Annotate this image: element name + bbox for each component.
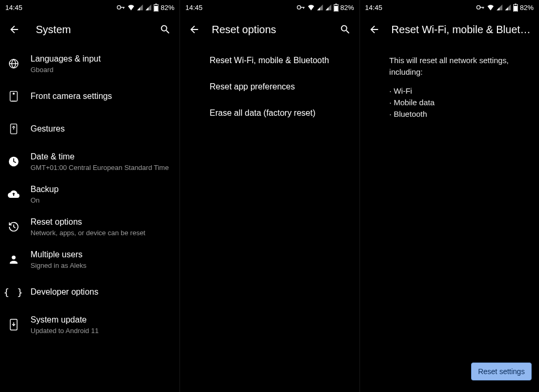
- row-title: Multiple users: [31, 249, 171, 260]
- search-button[interactable]: [337, 22, 353, 37]
- svg-rect-15: [303, 7, 304, 8]
- status-icons: 82%: [297, 4, 354, 12]
- reset-settings-button[interactable]: Reset settings: [471, 363, 532, 380]
- row-sub: Network, apps, or device can be reset: [31, 228, 171, 237]
- row-backup[interactable]: BackupOn: [0, 178, 179, 210]
- back-button[interactable]: [366, 22, 382, 37]
- reset-options-list: Reset Wi-Fi, mobile & Bluetooth Reset ap…: [180, 44, 359, 392]
- svg-rect-1: [121, 7, 125, 7]
- app-bar: Reset options: [180, 15, 359, 44]
- battery-percent: 82%: [161, 4, 174, 12]
- svg-point-13: [297, 6, 301, 9]
- back-button[interactable]: [186, 22, 202, 37]
- svg-rect-24: [514, 6, 517, 11]
- row-title: Date & time: [31, 152, 171, 162]
- reset-network-content: This will reset all network settings, in…: [360, 44, 539, 392]
- pane-reset-network: 14:45 82% Reset Wi-Fi, mobile & Blueto… …: [360, 0, 539, 392]
- signal-icon-1: [137, 4, 143, 11]
- status-bar: 14:45 82%: [180, 0, 359, 15]
- row-reset-options[interactable]: Reset optionsNetwork, apps, or device ca…: [0, 210, 179, 243]
- vpn-key-icon: [297, 5, 305, 10]
- row-title: Gestures: [31, 124, 171, 134]
- row-title: Backup: [31, 184, 171, 195]
- battery-icon: [154, 4, 158, 12]
- svg-point-19: [477, 6, 481, 9]
- battery-icon: [513, 4, 518, 12]
- svg-point-8: [13, 93, 15, 95]
- arrow-back-icon: [368, 24, 380, 35]
- system-update-icon: [9, 318, 18, 331]
- clock-icon: [8, 156, 19, 167]
- svg-rect-18: [334, 6, 338, 11]
- row-sub: Signed in as Aleks: [31, 261, 171, 270]
- svg-rect-2: [123, 7, 124, 8]
- row-reset-network[interactable]: Reset Wi-Fi, mobile & Bluetooth: [180, 47, 359, 74]
- page-title: Reset Wi-Fi, mobile & Blueto…: [392, 24, 533, 36]
- row-title: Front camera settings: [31, 91, 171, 102]
- row-sub: GMT+01:00 Central European Standard Time: [31, 163, 171, 172]
- svg-rect-5: [154, 6, 158, 11]
- signal-icon-2: [325, 4, 332, 11]
- row-date-time[interactable]: Date & timeGMT+01:00 Central European St…: [0, 145, 179, 178]
- row-multiple-users[interactable]: Multiple usersSigned in as Aleks: [0, 243, 179, 276]
- row-sub: Updated to Android 11: [31, 326, 171, 335]
- status-time: 14:45: [185, 4, 203, 12]
- app-bar: Reset Wi-Fi, mobile & Blueto…: [360, 15, 539, 44]
- braces-icon: { }: [4, 287, 24, 298]
- row-gestures[interactable]: Gestures: [0, 113, 179, 145]
- signal-icon-1: [317, 4, 323, 11]
- row-developer-options[interactable]: { } Developer options: [0, 276, 179, 308]
- svg-rect-14: [300, 7, 304, 7]
- bullet-item: Wi-Fi: [390, 85, 528, 97]
- gestures-icon: [8, 123, 19, 135]
- signal-icon-2: [505, 4, 511, 11]
- svg-point-0: [117, 6, 121, 9]
- status-icons: 82%: [476, 4, 534, 12]
- vpn-key-icon: [117, 5, 125, 10]
- person-icon: [8, 254, 19, 265]
- row-reset-app-prefs[interactable]: Reset app preferences: [180, 74, 359, 100]
- pane-reset-options: 14:45 82% Reset options Reset Wi-Fi, mob…: [179, 0, 359, 392]
- app-bar: System: [0, 15, 179, 44]
- search-icon: [340, 24, 351, 35]
- wifi-icon: [307, 4, 315, 11]
- camera-icon: [8, 91, 19, 102]
- row-title: Developer options: [31, 287, 171, 297]
- svg-rect-21: [483, 7, 483, 8]
- svg-point-11: [12, 256, 15, 259]
- restore-icon: [8, 221, 19, 233]
- status-time: 14:45: [5, 4, 23, 12]
- status-bar: 14:45 82%: [0, 0, 179, 15]
- row-languages-input[interactable]: Languages & inputGboard: [0, 47, 179, 80]
- page-title: Reset options: [212, 24, 327, 36]
- description-text: This will reset all network settings, in…: [360, 47, 539, 80]
- search-icon: [159, 24, 171, 35]
- arrow-back-icon: [8, 24, 20, 35]
- wifi-icon: [127, 4, 135, 11]
- battery-percent: 82%: [341, 4, 354, 12]
- row-title: Languages & input: [31, 54, 171, 64]
- row-title: Reset options: [31, 217, 171, 227]
- search-button[interactable]: [157, 22, 173, 37]
- battery-percent: 82%: [520, 4, 534, 12]
- system-list: Languages & inputGboard Front camera set…: [0, 44, 179, 392]
- bullet-item: Bluetooth: [390, 108, 528, 120]
- svg-rect-20: [480, 7, 484, 7]
- row-sub: Gboard: [31, 65, 171, 74]
- pane-system: 14:45 82% System Languages & inputGboard…: [0, 0, 179, 392]
- row-front-camera[interactable]: Front camera settings: [0, 80, 179, 113]
- arrow-back-icon: [188, 24, 200, 35]
- row-system-update[interactable]: System updateUpdated to Android 11: [0, 308, 179, 341]
- battery-icon: [334, 4, 338, 12]
- status-time: 14:45: [365, 4, 383, 12]
- status-bar: 14:45 82%: [360, 0, 539, 15]
- row-sub: On: [31, 196, 171, 205]
- row-factory-reset[interactable]: Erase all data (factory reset): [180, 100, 359, 126]
- wifi-icon: [487, 4, 494, 11]
- bullet-list: Wi-Fi Mobile data Bluetooth: [360, 80, 539, 120]
- bullet-item: Mobile data: [390, 97, 528, 108]
- back-button[interactable]: [6, 22, 22, 37]
- row-title: System update: [31, 315, 171, 325]
- cloud-upload-icon: [7, 189, 20, 199]
- globe-icon: [8, 58, 19, 69]
